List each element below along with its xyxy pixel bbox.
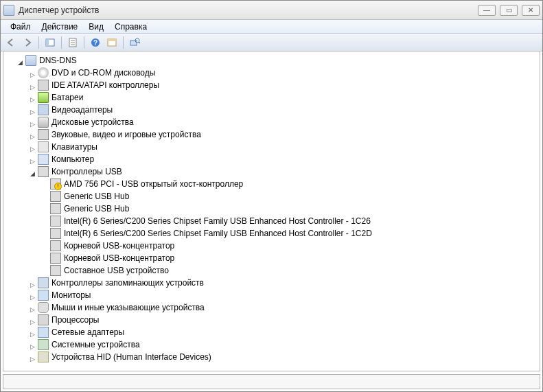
device-tree-panel[interactable]: DNS-DNS DVD и CD-ROM дисководы IDE ATA/A… bbox=[3, 51, 540, 371]
category-computer[interactable]: Компьютер bbox=[3, 153, 540, 165]
maximize-button[interactable]: ▭ bbox=[500, 5, 518, 16]
expand-toggle[interactable] bbox=[28, 81, 36, 89]
device-usb-intel[interactable]: Intel(R) 6 Series/C200 Series Chipset Fa… bbox=[3, 227, 540, 240]
toolbar-separator bbox=[38, 36, 39, 49]
category-label[interactable]: Мониторы bbox=[51, 289, 91, 301]
arrow-left-icon bbox=[5, 37, 16, 48]
usb-icon bbox=[38, 166, 49, 177]
expand-toggle[interactable] bbox=[28, 93, 36, 102]
category-label[interactable]: Звуковые, видео и игровые устройства bbox=[51, 128, 201, 141]
device-label[interactable]: Intel(R) 6 Series/C200 Series Chipset Fa… bbox=[64, 227, 372, 240]
expand-toggle[interactable] bbox=[28, 118, 36, 126]
back-button[interactable] bbox=[3, 35, 19, 50]
category-label[interactable]: Устройства HID (Human Interface Devices) bbox=[51, 351, 211, 363]
category-net[interactable]: Сетевые адаптеры bbox=[3, 326, 540, 338]
toolbar-separator bbox=[123, 36, 124, 49]
app-icon bbox=[3, 5, 14, 16]
arrow-right-icon bbox=[22, 37, 33, 48]
category-label[interactable]: Процессоры bbox=[51, 314, 100, 326]
expand-toggle bbox=[41, 229, 49, 238]
disc-icon bbox=[38, 67, 49, 78]
expand-toggle[interactable] bbox=[28, 69, 36, 77]
minimize-button[interactable]: — bbox=[478, 5, 496, 16]
category-label[interactable]: Мыши и иные указывающие устройства bbox=[51, 301, 205, 314]
help-button[interactable]: ? bbox=[88, 35, 103, 50]
expand-toggle bbox=[41, 254, 49, 262]
device-usb-intel[interactable]: Intel(R) 6 Series/C200 Series Chipset Fa… bbox=[3, 215, 540, 227]
device-usb-root-hub[interactable]: Корневой USB-концентратор bbox=[3, 252, 540, 264]
device-usb-root-hub[interactable]: Корневой USB-концентратор bbox=[3, 240, 540, 252]
expand-toggle[interactable] bbox=[28, 303, 36, 312]
refresh-button[interactable] bbox=[104, 35, 119, 50]
device-label[interactable]: Generic USB Hub bbox=[64, 203, 129, 215]
menu-view[interactable]: Вид bbox=[83, 21, 109, 33]
category-sys[interactable]: Системные устройства bbox=[3, 338, 540, 351]
svg-line-12 bbox=[139, 42, 140, 43]
device-usb-composite[interactable]: Составное USB устройство bbox=[3, 264, 540, 277]
device-label[interactable]: AMD 756 PCI - USB открытый хост-контролл… bbox=[64, 178, 243, 190]
category-hid[interactable]: Устройства HID (Human Interface Devices) bbox=[3, 351, 540, 363]
category-cpu[interactable]: Процессоры bbox=[3, 314, 540, 326]
category-label[interactable]: Контроллеры запоминающих устройств bbox=[51, 277, 204, 289]
category-battery[interactable]: Батареи bbox=[3, 91, 540, 104]
expand-toggle[interactable] bbox=[28, 279, 36, 287]
category-label[interactable]: Видеоадаптеры bbox=[51, 104, 113, 116]
category-keyboard[interactable]: Клавиатуры bbox=[3, 141, 540, 153]
category-label[interactable]: Батареи bbox=[51, 91, 83, 104]
expand-toggle[interactable] bbox=[28, 130, 36, 139]
device-label[interactable]: Составное USB устройство bbox=[64, 264, 169, 277]
forward-button[interactable] bbox=[20, 35, 35, 50]
category-label[interactable]: Системные устройства bbox=[51, 338, 140, 351]
toolbar: ? bbox=[1, 34, 542, 51]
tree-root[interactable]: DNS-DNS bbox=[3, 54, 540, 67]
close-button[interactable]: ✕ bbox=[522, 5, 540, 16]
properties-button[interactable] bbox=[65, 35, 80, 50]
expand-toggle[interactable] bbox=[28, 341, 36, 349]
device-label[interactable]: Generic USB Hub bbox=[64, 190, 129, 203]
category-dvd[interactable]: DVD и CD-ROM дисководы bbox=[3, 67, 540, 79]
window-title: Диспетчер устройств bbox=[19, 5, 478, 15]
toolbar-separator bbox=[61, 36, 62, 49]
category-monitor[interactable]: Мониторы bbox=[3, 289, 540, 301]
category-video[interactable]: Видеоадаптеры bbox=[3, 104, 540, 116]
expand-toggle[interactable] bbox=[28, 328, 36, 336]
category-mouse[interactable]: Мыши и иные указывающие устройства bbox=[3, 301, 540, 314]
menu-file[interactable]: Файл bbox=[5, 21, 36, 33]
device-usb-amd[interactable]: AMD 756 PCI - USB открытый хост-контролл… bbox=[3, 178, 540, 190]
category-label[interactable]: Компьютер bbox=[51, 153, 94, 165]
category-label[interactable]: Дисковые устройства bbox=[51, 116, 134, 128]
expand-toggle[interactable] bbox=[28, 106, 36, 114]
category-label[interactable]: DVD и CD-ROM дисководы bbox=[51, 67, 155, 79]
expand-toggle bbox=[41, 205, 49, 213]
category-label[interactable]: Клавиатуры bbox=[51, 141, 97, 153]
category-storage[interactable]: Контроллеры запоминающих устройств bbox=[3, 277, 540, 289]
hid-icon bbox=[38, 351, 49, 362]
root-label[interactable]: DNS-DNS bbox=[39, 54, 77, 67]
titlebar: Диспетчер устройств — ▭ ✕ bbox=[1, 1, 542, 20]
device-usb-hub[interactable]: Generic USB Hub bbox=[3, 203, 540, 215]
expand-toggle[interactable] bbox=[16, 56, 24, 65]
menu-help[interactable]: Справка bbox=[109, 21, 152, 33]
expand-toggle[interactable] bbox=[28, 316, 36, 324]
category-label[interactable]: Сетевые адаптеры bbox=[51, 326, 124, 338]
category-disk[interactable]: Дисковые устройства bbox=[3, 116, 540, 128]
category-label[interactable]: IDE ATA/ATAPI контроллеры bbox=[51, 79, 159, 91]
device-label[interactable]: Корневой USB-концентратор bbox=[64, 240, 174, 252]
expand-toggle[interactable] bbox=[28, 143, 36, 151]
expand-toggle[interactable] bbox=[28, 168, 36, 176]
usb-icon bbox=[50, 228, 61, 239]
expand-toggle[interactable] bbox=[28, 155, 36, 163]
scan-hardware-button[interactable] bbox=[127, 35, 142, 50]
status-bar bbox=[3, 374, 540, 389]
category-audio[interactable]: Звуковые, видео и игровые устройства bbox=[3, 128, 540, 141]
expand-toggle[interactable] bbox=[28, 291, 36, 299]
category-usb[interactable]: Контроллеры USB bbox=[3, 165, 540, 178]
device-label[interactable]: Intel(R) 6 Series/C200 Series Chipset Fa… bbox=[64, 215, 371, 227]
category-ide[interactable]: IDE ATA/ATAPI контроллеры bbox=[3, 79, 540, 91]
expand-toggle[interactable] bbox=[28, 353, 36, 361]
menu-action[interactable]: Действие bbox=[36, 21, 84, 33]
device-usb-hub[interactable]: Generic USB Hub bbox=[3, 190, 540, 203]
show-hide-console-button[interactable] bbox=[43, 35, 58, 50]
category-label[interactable]: Контроллеры USB bbox=[51, 165, 122, 178]
device-label[interactable]: Корневой USB-концентратор bbox=[64, 252, 174, 264]
